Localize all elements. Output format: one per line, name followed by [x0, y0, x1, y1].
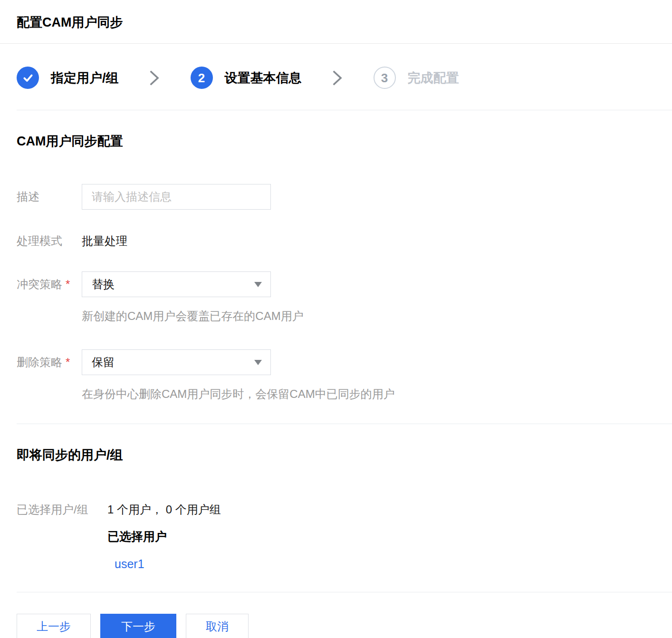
selected-users-detail: 1 个用户， 0 个用户组 已选择用户 user1 [107, 503, 221, 571]
step-1-circle [17, 67, 39, 89]
required-asterisk: * [66, 278, 70, 290]
conflict-policy-row: 冲突策略* 替换 新创建的CAM用户会覆盖已存在的CAM用户 [17, 271, 672, 323]
delete-policy-value: 保留 [92, 355, 115, 370]
check-icon [22, 72, 34, 84]
selected-users-label: 已选择用户/组 [17, 503, 107, 517]
delete-policy-row: 删除策略* 保留 在身份中心删除CAM用户同步时，会保留CAM中已同步的用户 [17, 349, 672, 401]
step-2-circle: 2 [191, 67, 213, 89]
cancel-button[interactable]: 取消 [186, 614, 249, 638]
prev-step-button[interactable]: 上一步 [17, 614, 91, 638]
conflict-policy-control: 替换 新创建的CAM用户会覆盖已存在的CAM用户 [82, 271, 304, 323]
delete-policy-label: 删除策略* [17, 349, 82, 369]
step-1-specify-users: 指定用户/组 [17, 67, 119, 89]
step-2-label: 设置基本信息 [225, 69, 302, 87]
selected-users-summary: 1 个用户， 0 个用户组 [107, 503, 221, 517]
config-section-title: CAM用户同步配置 [17, 134, 655, 149]
section-divider [17, 424, 672, 424]
delete-policy-help: 在身份中心删除CAM用户同步时，会保留CAM中已同步的用户 [82, 387, 395, 401]
description-row: 描述 [17, 184, 672, 210]
conflict-policy-value: 替换 [92, 277, 115, 292]
description-input[interactable] [82, 184, 271, 210]
conflict-policy-select[interactable]: 替换 [82, 271, 271, 297]
conflict-policy-label: 冲突策略* [17, 271, 82, 291]
step-1-label: 指定用户/组 [51, 69, 119, 87]
process-mode-row: 处理模式 批量处理 [17, 234, 672, 248]
step-2-number: 2 [198, 72, 205, 84]
conflict-policy-help: 新创建的CAM用户会覆盖已存在的CAM用户 [82, 309, 304, 323]
required-asterisk: * [66, 356, 70, 368]
process-mode-label: 处理模式 [17, 234, 82, 248]
description-control [82, 184, 271, 210]
dropdown-caret-icon [254, 282, 262, 287]
selected-users-list-title: 已选择用户 [107, 529, 221, 543]
step-3-circle: 3 [374, 67, 396, 89]
process-mode-value: 批量处理 [82, 234, 127, 248]
page-header: 配置CAM用户同步 [0, 0, 672, 44]
page-title: 配置CAM用户同步 [17, 14, 655, 31]
chevron-right-icon [149, 70, 160, 86]
selected-user-link[interactable]: user1 [115, 557, 144, 571]
delete-policy-select[interactable]: 保留 [82, 349, 271, 375]
delete-policy-control: 保留 在身份中心删除CAM用户同步时，会保留CAM中已同步的用户 [82, 349, 395, 401]
step-2-basic-info: 2 设置基本信息 [191, 67, 302, 89]
dropdown-caret-icon [254, 360, 262, 365]
footer-actions: 上一步 下一步 取消 [0, 614, 672, 638]
next-step-button[interactable]: 下一步 [100, 614, 176, 638]
footer-divider [17, 592, 672, 592]
step-3-number: 3 [381, 72, 388, 84]
chevron-right-icon [332, 70, 343, 86]
step-indicator: 指定用户/组 2 设置基本信息 3 完成配置 [0, 67, 672, 89]
step-3-finish: 3 完成配置 [374, 67, 459, 89]
description-label: 描述 [17, 184, 82, 203]
config-form: 描述 处理模式 批量处理 冲突策略* 替换 新创建的CAM用户会覆盖已存在的CA… [0, 184, 672, 401]
steps-divider [17, 110, 672, 110]
step-3-label: 完成配置 [408, 69, 459, 87]
selected-users-row: 已选择用户/组 1 个用户， 0 个用户组 已选择用户 user1 [0, 503, 672, 571]
sync-section-title: 即将同步的用户/组 [17, 447, 655, 463]
